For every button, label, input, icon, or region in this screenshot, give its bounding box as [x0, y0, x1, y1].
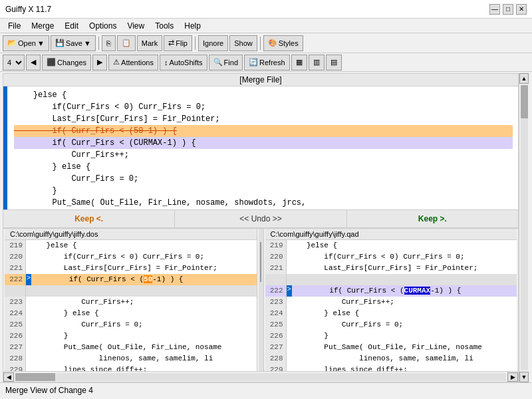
scroll-left-button[interactable]: ◀: [3, 372, 14, 382]
layout-btn1[interactable]: ▦: [291, 55, 307, 70]
layout-btn3[interactable]: ▤: [326, 55, 342, 70]
menu-tools[interactable]: Tools: [150, 20, 179, 32]
main-content: [Merge File] }else { if(Curr_Firs < 0) C…: [3, 73, 529, 382]
refresh-button[interactable]: 🔄 Refresh: [244, 55, 290, 70]
open-dropdown-arrow[interactable]: ▼: [37, 39, 45, 47]
save-dropdown-arrow[interactable]: ▼: [84, 39, 91, 47]
merge-code-line: if(Curr_Firs < 0) Curr_Firs = 0;: [14, 101, 513, 113]
close-button[interactable]: ✕: [516, 4, 527, 15]
diff-line: 228 linenos, same, samelim, li: [5, 353, 257, 364]
scroll-track-v[interactable]: [521, 85, 528, 370]
maximize-button[interactable]: □: [503, 4, 513, 15]
keep-left-button[interactable]: Keep <.: [3, 210, 175, 227]
right-pane-content: 219 }else { 220 if(Curr_Firs < 0) Curr_F…: [265, 240, 517, 371]
find-icon: 🔍: [213, 58, 223, 66]
styles-icon: 🎨: [268, 39, 277, 47]
divider-line: [260, 242, 261, 282]
mark-button[interactable]: Mark: [137, 35, 162, 51]
scroll-track[interactable]: [15, 373, 506, 381]
change-number-select[interactable]: 4: [3, 55, 25, 70]
menu-help[interactable]: Help: [179, 20, 206, 32]
scroll-thumb-v[interactable]: [521, 85, 528, 118]
undo-button[interactable]: << Undo >>: [175, 210, 346, 227]
menu-merge[interactable]: Merge: [26, 20, 59, 32]
status-text: Merge View of Change 4: [5, 386, 93, 395]
flip-icon: ⇄: [168, 39, 174, 47]
diff-line-empty: [265, 274, 517, 285]
toolbar1: 📂 Open ▼ 💾 Save ▼ ⎘ 📋 Mark ⇄ Flip Ignore…: [0, 33, 532, 53]
status-bar: Merge View of Change 4: [0, 382, 532, 397]
merge-code-line: }else {: [14, 89, 513, 101]
scroll-down-button[interactable]: ▼: [519, 372, 529, 382]
separator3: [260, 37, 261, 50]
title-text: Guiffy X 11.7: [5, 5, 51, 14]
changes-button[interactable]: ⬛ Changes: [42, 55, 91, 70]
layout-btn2[interactable]: ▥: [309, 55, 325, 70]
diff-line: 225 Curr_Firs = 0;: [265, 319, 517, 331]
diff-line: 224 } else {: [5, 308, 257, 319]
diff-line: 227 Put_Same( Out_File, Fir_Line, nosame: [5, 342, 257, 353]
ignore-button[interactable]: Ignore: [198, 35, 228, 51]
diff-line: 221 Last_Firs[Curr_Firs] = Fir_Pointer;: [5, 263, 257, 274]
attentions-icon: ⚠: [113, 58, 120, 66]
diff-line: 223 Curr_Firs++;: [265, 297, 517, 308]
scroll-right-button[interactable]: ▶: [507, 372, 518, 382]
change-marker-icon: >: [26, 274, 31, 285]
merge-code-line: Last_Firs[Curr_Firs] = Fir_Pointer;: [14, 113, 513, 125]
left-pane-header: C:\com\guiffy\guiffy\jiffy.dos: [5, 229, 257, 240]
flip-button[interactable]: ⇄ Flip: [164, 35, 192, 51]
change-marker-icon: >: [287, 285, 292, 297]
v-scrollbar[interactable]: ▲ ▼: [519, 73, 529, 382]
merge-title: [Merge File]: [3, 74, 518, 86]
open-button[interactable]: 📂 Open ▼: [3, 35, 49, 51]
merge-code-line-deleted: if( Curr_Firs < (50-1) ) {: [14, 125, 513, 137]
merge-code-line-added: if( Curr_Firs < (CURMAX-1) ) {: [14, 137, 513, 149]
scroll-thumb[interactable]: [15, 373, 55, 381]
merge-content: }else { if(Curr_Firs < 0) Curr_Firs = 0;…: [3, 86, 518, 209]
scroll-up-button[interactable]: ▲: [519, 73, 529, 84]
diff-line: 221 Last_Firs[Curr_Firs] = Fir_Pointer;: [265, 263, 517, 274]
menu-view[interactable]: View: [122, 20, 150, 32]
styles-button[interactable]: 🎨 Styles: [263, 35, 303, 51]
action-bar: Keep <. << Undo >> Keep >.: [3, 209, 518, 228]
refresh-icon: 🔄: [249, 58, 258, 66]
diff-line: 226 }: [265, 331, 517, 342]
menu-file[interactable]: File: [3, 20, 26, 32]
minimize-button[interactable]: —: [489, 4, 500, 15]
window-controls: — □ ✕: [489, 4, 527, 15]
content-panel: [Merge File] }else { if(Curr_Firs < 0) C…: [3, 73, 519, 382]
toolbar2: 4 ◀ ⬛ Changes ▶ ⚠ Attentions ↕ AutoShift…: [0, 53, 532, 72]
changes-icon: ⬛: [47, 58, 56, 66]
diff-line-added: 222 > if( Curr_Firs < (CURMAX-1) ) {: [265, 285, 517, 297]
find-button[interactable]: 🔍 Find: [209, 55, 243, 70]
title-bar: Guiffy X 11.7 — □ ✕: [0, 0, 532, 19]
diff-line: 226 }: [5, 331, 257, 342]
diff-view: C:\com\guiffy\guiffy\jiffy.dos 219 }else…: [3, 228, 518, 371]
diff-line: 229 lines_since_diff++;: [265, 364, 517, 371]
merge-code-line: Curr_Firs = 0;: [14, 173, 513, 185]
left-pane-content: 219 }else { 220 if(Curr_Firs < 0) Curr_F…: [5, 240, 257, 371]
keep-right-button[interactable]: Keep >.: [347, 210, 518, 227]
merge-code-line: Put_Same( Out_File, Fir_Line, nosame, sh…: [14, 197, 513, 209]
attentions-button[interactable]: ⚠ Attentions: [108, 55, 158, 70]
diff-line: 229 lines_since_diff++;: [5, 364, 257, 371]
copy-button[interactable]: ⎘: [102, 35, 116, 51]
diff-line: 225 Curr_Firs = 0;: [5, 319, 257, 331]
autoshifts-button[interactable]: ↕ AutoShifts: [160, 55, 207, 70]
save-icon: 💾: [55, 39, 65, 47]
prev-button[interactable]: ◀: [26, 55, 41, 70]
menu-options[interactable]: Options: [84, 20, 122, 32]
paste-button[interactable]: 📋: [117, 35, 136, 51]
diff-line: 220 if(Curr_Firs < 0) Curr_Firs = 0;: [5, 251, 257, 263]
merge-code-line: linenos, same, samelim, lines_since_diff…: [14, 209, 513, 209]
merge-code: }else { if(Curr_Firs < 0) Curr_Firs = 0;…: [14, 89, 513, 209]
diff-line: 219 }else {: [5, 240, 257, 251]
folder-icon: 📂: [7, 39, 17, 47]
merge-code-line: Curr_Firs++;: [14, 149, 513, 161]
menu-edit[interactable]: Edit: [59, 20, 84, 32]
h-scrollbar[interactable]: ◀ ▶: [3, 371, 518, 382]
right-diff-pane: C:\com\guiffy\guiffy\jiffy.qad 219 }else…: [265, 229, 517, 371]
show-button[interactable]: Show: [229, 35, 257, 51]
save-button[interactable]: 💾 Save ▼: [51, 35, 96, 51]
next-button[interactable]: ▶: [92, 55, 107, 70]
